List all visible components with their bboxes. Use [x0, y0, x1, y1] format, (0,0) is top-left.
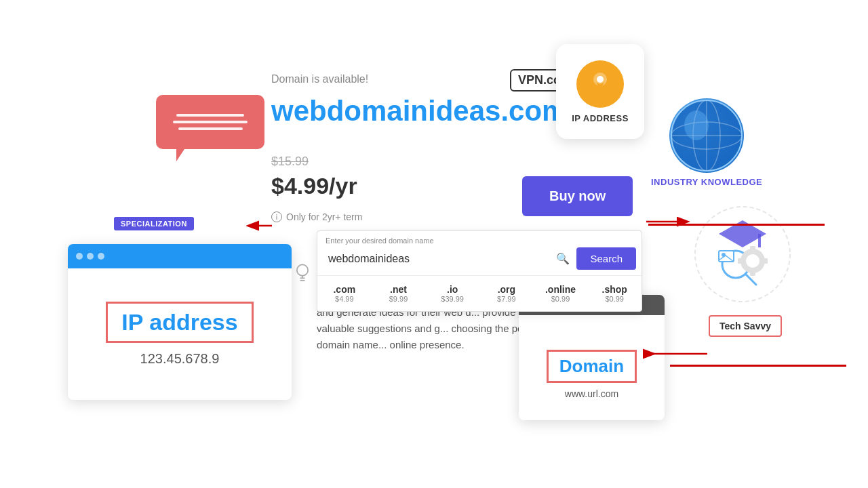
gear-svg: [692, 200, 793, 308]
tld-io-name: .io: [428, 284, 477, 295]
svg-rect-18: [758, 234, 761, 247]
ip-number: 123.45.678.9: [140, 351, 220, 367]
ip-label-text: IP address: [121, 309, 237, 335]
search-clear-button[interactable]: 🔍: [553, 249, 572, 268]
ip-label-box: IP address: [106, 302, 253, 343]
chat-line-3: [178, 127, 243, 130]
tld-shop-name: .shop: [590, 284, 639, 295]
ip-app-label: IP ADDRESS: [572, 113, 629, 123]
tld-online-price: $0.99: [536, 295, 585, 303]
term-note: i Only for 2yr+ term: [271, 211, 362, 222]
tld-shop-price: $0.99: [590, 295, 639, 303]
tld-options-row: .com $4.99 .net $9.99 .io $39.99 .org $7…: [317, 275, 642, 311]
search-row: 🔍 Search: [317, 245, 642, 275]
chat-bubble: [156, 95, 264, 149]
svg-rect-24: [750, 270, 755, 276]
svg-point-1: [297, 264, 308, 275]
search-label: Enter your desired domain name: [317, 231, 642, 245]
tld-io-price: $39.99: [428, 295, 477, 303]
browser-dot-2: [87, 253, 94, 260]
buy-now-button[interactable]: Buy now: [522, 176, 633, 216]
svg-point-7: [597, 76, 604, 83]
svg-rect-25: [762, 258, 768, 264]
tld-online-name: .online: [536, 284, 585, 295]
gear-illustration: [692, 200, 793, 308]
tld-org[interactable]: .org $7.99: [479, 281, 534, 306]
domain-available-text: Domain is available!: [271, 73, 368, 85]
price-original: $15.99: [271, 155, 309, 169]
domain-label-text: Domain: [559, 356, 624, 376]
svg-point-14: [684, 110, 709, 140]
arrow-to-domain: [643, 346, 711, 365]
tld-net-price: $9.99: [374, 295, 423, 303]
tld-net-name: .net: [374, 284, 423, 295]
tld-org-name: .org: [482, 284, 531, 295]
domain-search-panel: Enter your desired domain name 🔍 Search …: [317, 230, 642, 312]
tech-savvy-badge: Tech Savvy: [709, 315, 782, 337]
specialization-arrow: [246, 219, 273, 232]
lightbulb-icon: [293, 262, 312, 285]
domain-url-text: www.url.com: [565, 388, 618, 399]
chat-line-1: [176, 114, 244, 117]
price-current: $4.99/yr: [271, 173, 357, 199]
tld-io[interactable]: .io $39.99: [425, 281, 479, 306]
tld-shop[interactable]: .shop $0.99: [587, 281, 642, 306]
search-submit-button[interactable]: Search: [576, 247, 636, 270]
svg-rect-23: [750, 246, 755, 251]
browser-ip-window: IP address 123.45.678.9: [68, 244, 292, 400]
ip-address-app-icon: IP ADDRESS: [556, 44, 644, 139]
domain-name-display: webdomainideas.com: [271, 95, 567, 127]
tld-com[interactable]: .com $4.99: [317, 281, 372, 306]
tld-online[interactable]: .online $0.99: [534, 281, 588, 306]
tld-com-price: $4.99: [320, 295, 369, 303]
arrow-to-globe: [643, 214, 690, 233]
browser-domain-body: Domain www.url.com: [519, 315, 665, 420]
svg-rect-26: [738, 258, 743, 264]
domain-label-box: Domain: [547, 350, 637, 383]
globe-icon: [669, 98, 744, 173]
svg-point-22: [746, 254, 760, 268]
globe-container: INDUSTRY KNOWLEDGE: [651, 98, 762, 187]
browser-ip-titlebar: [68, 244, 292, 268]
ip-icon-circle: [576, 60, 624, 108]
search-input[interactable]: [323, 250, 553, 268]
tld-net[interactable]: .net $9.99: [372, 281, 426, 306]
tld-com-name: .com: [320, 284, 369, 295]
chat-line-2: [173, 121, 248, 123]
tld-org-price: $7.99: [482, 295, 531, 303]
browser-ip-body: IP address 123.45.678.9: [68, 268, 292, 400]
browser-dot-3: [98, 253, 104, 260]
specialization-badge: SPECIALIZATION: [114, 217, 194, 230]
globe-svg: [669, 98, 744, 173]
domain-name-base: webdomainideas: [271, 95, 500, 127]
browser-dot-1: [76, 253, 83, 260]
location-pin-icon: [587, 67, 614, 101]
industry-knowledge-label: INDUSTRY KNOWLEDGE: [651, 177, 762, 187]
